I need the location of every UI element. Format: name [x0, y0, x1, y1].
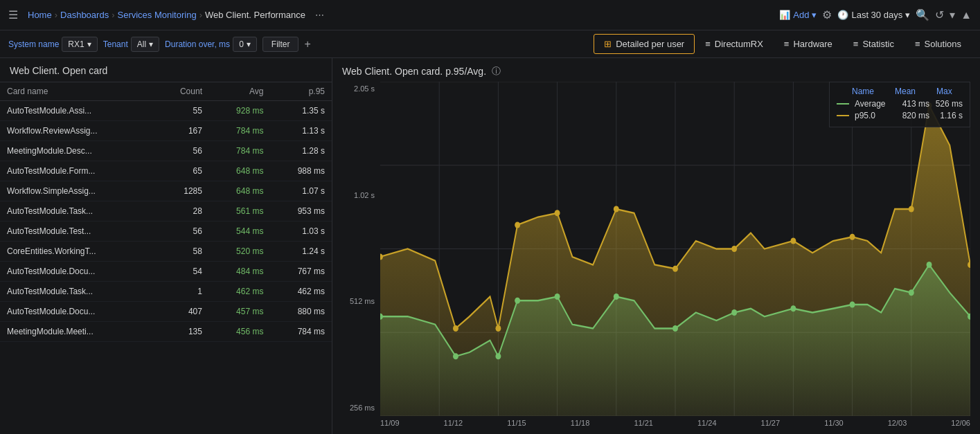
- chevron-down-button[interactable]: ▾: [950, 8, 955, 21]
- sep1: ›: [55, 10, 57, 20]
- table-row[interactable]: MeetingModule.Meeti... 135 456 ms 784 ms: [0, 322, 332, 342]
- cell-name: AutoTestModule.Test...: [0, 221, 155, 242]
- breadcrumb-dashboards[interactable]: Dashboards: [60, 10, 109, 20]
- refresh-button[interactable]: ↺: [935, 8, 944, 21]
- left-panel-title: Web Client. Open card: [0, 58, 332, 82]
- cell-avg: 520 ms: [209, 242, 271, 262]
- share-icon[interactable]: ⋯: [315, 10, 324, 20]
- svg-point-19: [515, 221, 520, 228]
- tab-solutions[interactable]: ≡ Solutions: [905, 34, 972, 54]
- cell-avg: 484 ms: [209, 262, 271, 282]
- cell-p95: 1.07 s: [270, 181, 332, 201]
- tab-directumrx[interactable]: ≡ DirectumRX: [695, 34, 774, 54]
- cell-count: 135: [155, 322, 209, 342]
- cell-p95: 953 ms: [270, 201, 332, 221]
- table-row[interactable]: AutoTestModule.Docu... 407 457 ms 880 ms: [0, 302, 332, 322]
- data-table: Card name Count Avg p.95 AutoTestModule.…: [0, 82, 332, 342]
- sep2: ›: [112, 10, 114, 20]
- zoom-out-button[interactable]: 🔍: [916, 8, 929, 21]
- system-name-group: System name RX1 ▾: [8, 37, 98, 52]
- svg-point-35: [614, 293, 619, 300]
- table-row[interactable]: AutoTestModule.Task... 28 561 ms 953 ms: [0, 201, 332, 221]
- breadcrumb-home[interactable]: Home: [28, 10, 52, 20]
- up-arrow-button[interactable]: ▲: [961, 9, 972, 21]
- clock-icon: 🕐: [837, 10, 848, 20]
- cell-avg: 462 ms: [209, 282, 271, 302]
- cell-p95: 988 ms: [270, 161, 332, 181]
- tab-detailed[interactable]: ⊞ Detailed per user: [594, 34, 695, 54]
- legend-avg-label: Average: [855, 99, 889, 109]
- svg-point-24: [790, 237, 796, 244]
- cell-name: MeetingModule.Meeti...: [0, 322, 155, 342]
- svg-point-20: [555, 210, 560, 216]
- main-content: Web Client. Open card Card name Count Av…: [0, 58, 980, 434]
- cell-name: Workflow.ReviewAssig...: [0, 121, 155, 141]
- svg-point-22: [672, 266, 678, 272]
- table-row[interactable]: AutoTestModule.Form... 65 648 ms 988 ms: [0, 161, 332, 181]
- cell-count: 58: [155, 242, 209, 262]
- chart-x-axis: 11/09 11/12 11/15 11/18 11/21 11/24 11/2…: [380, 416, 970, 427]
- cell-avg: 784 ms: [209, 141, 271, 161]
- legend-avg-mean: 413 ms: [895, 99, 929, 109]
- svg-point-31: [453, 353, 458, 359]
- cell-count: 167: [155, 121, 209, 141]
- add-filter-button[interactable]: +: [304, 38, 310, 51]
- toolbar: System name RX1 ▾ Tenant All ▾ Duration …: [0, 30, 980, 58]
- svg-point-26: [909, 206, 914, 212]
- cell-count: 65: [155, 161, 209, 181]
- system-name-dropdown[interactable]: RX1 ▾: [62, 37, 97, 52]
- system-name-label[interactable]: System name: [8, 39, 59, 49]
- add-button[interactable]: 📊 Add ▾: [779, 10, 817, 20]
- y-label-1: 1.02 s: [354, 191, 375, 199]
- chart-main: Name Mean Max Average 413 ms 526 ms: [380, 82, 970, 427]
- duration-dropdown[interactable]: 0 ▾: [233, 37, 257, 52]
- cell-name: AutoTestModule.Task...: [0, 282, 155, 302]
- x-label-5: 11/24: [697, 419, 717, 427]
- lines-icon-1: ≡: [705, 39, 711, 49]
- svg-point-41: [927, 262, 932, 268]
- cell-p95: 880 ms: [270, 302, 332, 322]
- cell-count: 55: [155, 101, 209, 121]
- svg-point-18: [495, 325, 501, 332]
- cell-name: Workflow.SimpleAssig...: [0, 181, 155, 201]
- breadcrumb-services[interactable]: Services Monitoring: [117, 10, 196, 20]
- breadcrumb: Home › Dashboards › Services Monitoring …: [28, 10, 305, 20]
- table-row[interactable]: AutoTestModule.Assi... 55 928 ms 1.35 s: [0, 101, 332, 121]
- table-row[interactable]: Workflow.ReviewAssig... 167 784 ms 1.13 …: [0, 121, 332, 141]
- svg-point-36: [672, 325, 678, 332]
- cell-name: AutoTestModule.Docu...: [0, 262, 155, 282]
- hamburger-icon[interactable]: ☰: [8, 8, 18, 21]
- tenant-group: Tenant All ▾: [103, 37, 159, 52]
- chart-y-axis: 2.05 s 1.02 s 512 ms 256 ms: [342, 82, 380, 427]
- info-icon[interactable]: ⓘ: [492, 65, 501, 78]
- chart-title: Web Client. Open card. p.95/Avg.: [342, 66, 486, 77]
- cell-p95: 784 ms: [270, 322, 332, 342]
- col-avg: Avg: [209, 82, 271, 101]
- cell-avg: 457 ms: [209, 302, 271, 322]
- filter-button[interactable]: Filter: [262, 37, 299, 52]
- cell-p95: 462 ms: [270, 282, 332, 302]
- nav-right: 📊 Add ▾ ⚙ 🕐 Last 30 days ▾ 🔍 ↺ ▾ ▲: [779, 8, 972, 21]
- top-navbar: ☰ Home › Dashboards › Services Monitorin…: [0, 0, 980, 30]
- legend-row-avg: Average 413 ms 526 ms: [837, 99, 963, 109]
- legend-avg-line: [837, 103, 849, 105]
- x-label-9: 12/06: [951, 419, 970, 427]
- tab-statistic[interactable]: ≡ Statistic: [843, 34, 905, 54]
- table-row[interactable]: AutoTestModule.Test... 56 544 ms 1.03 s: [0, 221, 332, 242]
- tab-hardware[interactable]: ≡ Hardware: [774, 34, 843, 54]
- chevron-down-icon: ▾: [812, 10, 817, 20]
- cell-count: 56: [155, 141, 209, 161]
- x-label-1: 11/12: [444, 419, 463, 427]
- tenant-dropdown[interactable]: All ▾: [131, 37, 159, 52]
- time-range-button[interactable]: 🕐 Last 30 days ▾: [837, 10, 910, 20]
- cell-count: 407: [155, 302, 209, 322]
- gear-button[interactable]: ⚙: [822, 8, 832, 21]
- x-label-8: 12/03: [888, 419, 907, 427]
- cell-name: AutoTestModule.Docu...: [0, 302, 155, 322]
- table-row[interactable]: CoreEntities.WorkingT... 58 520 ms 1.24 …: [0, 242, 332, 262]
- svg-point-32: [495, 353, 501, 359]
- table-row[interactable]: AutoTestModule.Task... 1 462 ms 462 ms: [0, 282, 332, 302]
- table-row[interactable]: AutoTestModule.Docu... 54 484 ms 767 ms: [0, 262, 332, 282]
- table-row[interactable]: MeetingModule.Desc... 56 784 ms 1.28 s: [0, 141, 332, 161]
- table-row[interactable]: Workflow.SimpleAssig... 1285 648 ms 1.07…: [0, 181, 332, 201]
